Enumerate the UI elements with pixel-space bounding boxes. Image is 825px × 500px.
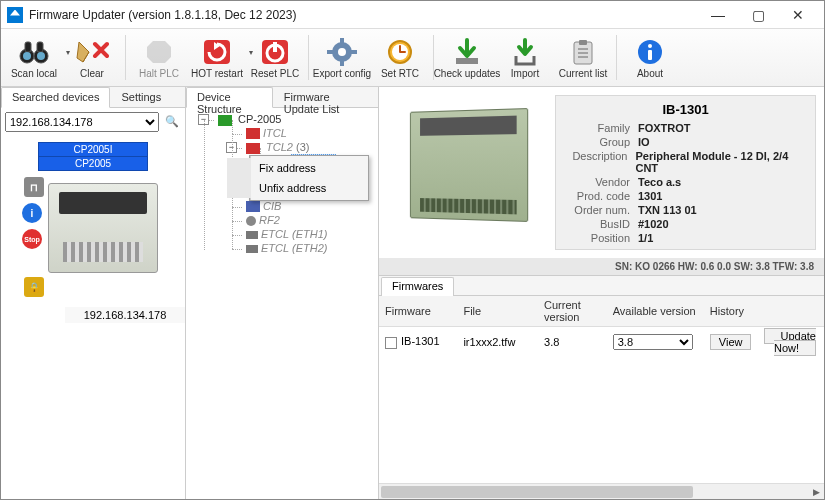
svg-rect-13: [340, 38, 344, 44]
svg-marker-6: [147, 41, 171, 63]
svg-point-5: [37, 52, 45, 60]
clipboard-icon: [566, 37, 600, 67]
tab-settings[interactable]: Settings: [110, 87, 172, 107]
svg-rect-14: [340, 60, 344, 66]
current-list-button[interactable]: Current list: [554, 31, 612, 84]
device-ip-label: 192.168.134.178: [65, 307, 185, 323]
firmware-area: Firmwares Firmware File Current version …: [379, 275, 824, 499]
svg-point-12: [338, 48, 346, 56]
reset-plc-button[interactable]: Reset PLC: [246, 31, 304, 84]
plc-icon: [218, 115, 232, 126]
device-badges: CP2005I CP2005: [38, 142, 148, 171]
left-panel: Searched devices Settings 192.168.134.17…: [1, 87, 186, 499]
export-config-button[interactable]: Export config: [313, 31, 371, 84]
tcl-icon: [246, 143, 260, 154]
device-badge: CP2005: [38, 157, 148, 171]
device-address-select[interactable]: 192.168.134.178: [5, 112, 159, 132]
tab-firmwares[interactable]: Firmwares: [381, 277, 454, 296]
tab-searched-devices[interactable]: Searched devices: [1, 87, 110, 108]
mid-panel: Device Structure Firmware Update List − …: [186, 87, 379, 499]
cib-icon: [246, 201, 260, 212]
stop-icon[interactable]: Stop: [22, 229, 42, 249]
col-current-version[interactable]: Current version: [538, 296, 607, 327]
gear-icon: [325, 37, 359, 67]
ethernet-icon: [246, 245, 258, 253]
view-history-button[interactable]: View: [710, 334, 752, 350]
firmware-table: Firmware File Current version Available …: [379, 296, 824, 357]
info-icon[interactable]: i: [22, 203, 42, 223]
device-image: [48, 183, 158, 273]
svg-rect-16: [351, 50, 357, 54]
update-now-button[interactable]: Update Now!: [764, 328, 816, 356]
product-info-table: IB-1301 FamilyFOXTROT GroupIO Descriptio…: [555, 95, 816, 250]
col-history[interactable]: History: [704, 296, 758, 327]
module-illustration: [410, 108, 528, 222]
col-update[interactable]: [758, 296, 824, 327]
ethernet-icon: [246, 231, 258, 239]
minimize-button[interactable]: —: [698, 2, 738, 28]
collapse-icon[interactable]: −: [198, 114, 209, 125]
device-badge: CP2005I: [38, 142, 148, 157]
search-button[interactable]: 🔍: [163, 112, 181, 130]
check-updates-button[interactable]: Check updates: [438, 31, 496, 84]
serial-number-line: SN: KO 0266 HW: 0.6 0.0 SW: 3.8 TFW: 3.8: [379, 258, 824, 275]
tree-node-etcl2[interactable]: ETCL (ETH2): [232, 241, 374, 255]
col-available-version[interactable]: Available version: [607, 296, 704, 327]
scan-local-button[interactable]: Scan local ▾: [5, 31, 63, 84]
main-area: Searched devices Settings 192.168.134.17…: [1, 87, 824, 499]
app-icon: [7, 7, 23, 23]
toolbar: Scan local ▾ Clear Halt PLC HOT restart …: [1, 29, 824, 87]
binoculars-icon: [17, 37, 51, 67]
about-button[interactable]: About: [621, 31, 679, 84]
svg-point-4: [23, 52, 31, 60]
right-panel: IB-1301 FamilyFOXTROT GroupIO Descriptio…: [379, 87, 824, 499]
tcl-icon: [246, 128, 260, 139]
title-bar: Firmware Updater (version 1.8.1.18, Dec …: [1, 1, 824, 29]
product-image: [387, 95, 547, 235]
product-title: IB-1301: [564, 100, 807, 121]
tree-node-itcl[interactable]: ITCL: [232, 126, 374, 141]
set-rtc-button[interactable]: Set RTC: [371, 31, 429, 84]
import-button[interactable]: Import: [496, 31, 554, 84]
tree-node-etcl1[interactable]: ETCL (ETH1): [232, 227, 374, 241]
lock-icon[interactable]: 🔒: [24, 277, 44, 297]
clear-button[interactable]: Clear: [63, 31, 121, 84]
collapse-icon[interactable]: −: [226, 142, 237, 153]
menu-unfix-address[interactable]: Unfix address: [227, 178, 368, 198]
available-version-select[interactable]: 3.8: [613, 334, 693, 350]
window-title: Firmware Updater (version 1.8.1.18, Dec …: [29, 8, 698, 22]
halt-plc-button: Halt PLC: [130, 31, 188, 84]
restart-icon: [200, 37, 234, 67]
col-firmware[interactable]: Firmware: [379, 296, 457, 327]
scroll-right-icon[interactable]: ▶: [808, 484, 824, 500]
svg-rect-3: [37, 42, 43, 52]
tab-device-structure[interactable]: Device Structure: [186, 87, 273, 108]
svg-point-23: [648, 44, 652, 48]
context-menu[interactable]: Fix address Unfix address: [249, 155, 369, 201]
device-image-area: ⊓ i Stop 🔒: [18, 173, 168, 303]
tab-firmware-update-list[interactable]: Firmware Update List: [273, 87, 378, 107]
download-icon: [450, 37, 484, 67]
ethernet-icon[interactable]: ⊓: [24, 177, 44, 197]
hot-restart-button[interactable]: HOT restart ▾: [188, 31, 246, 84]
scroll-thumb[interactable]: [381, 486, 693, 498]
info-icon: [633, 37, 667, 67]
menu-fix-address[interactable]: Fix address: [227, 158, 368, 178]
tree-node-rf2[interactable]: RF2: [232, 213, 374, 227]
clock-icon: [383, 37, 417, 67]
close-button[interactable]: ✕: [778, 2, 818, 28]
firmware-checkbox[interactable]: [385, 337, 397, 349]
stop-icon: [142, 37, 176, 67]
svg-rect-15: [327, 50, 333, 54]
maximize-button[interactable]: ▢: [738, 2, 778, 28]
svg-rect-2: [25, 42, 31, 52]
import-icon: [508, 37, 542, 67]
svg-rect-21: [579, 40, 587, 45]
wireless-icon: [246, 216, 256, 226]
col-file[interactable]: File: [457, 296, 538, 327]
broom-x-icon: [75, 37, 109, 67]
power-icon: [258, 37, 292, 67]
horizontal-scrollbar[interactable]: ◀ ▶: [379, 483, 824, 499]
firmware-row: IB-1301 ir1xxx2.tfw 3.8 3.8 View Update …: [379, 327, 824, 358]
magnifier-icon: 🔍: [165, 115, 179, 128]
